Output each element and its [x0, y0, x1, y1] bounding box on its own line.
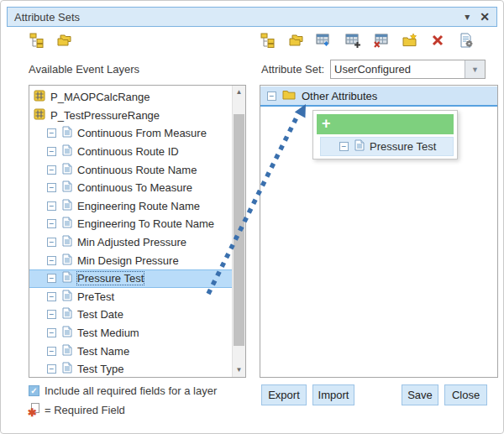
- close-button[interactable]: Close: [444, 384, 487, 405]
- collapse-icon[interactable]: −: [47, 310, 56, 319]
- tree-node-field[interactable]: −Test Date: [29, 306, 232, 324]
- layer-tree-button[interactable]: [29, 34, 45, 50]
- attribute-document-icon: [62, 271, 72, 285]
- tree-node-field[interactable]: −Test Name: [29, 342, 232, 360]
- attribute-document-icon: [62, 144, 72, 159]
- scroll-up-icon[interactable]: ▲: [233, 86, 245, 99]
- available-event-layers-label: Available Event Layers: [29, 63, 139, 76]
- attribute-set-dropdown[interactable]: UserConfigured ▼: [330, 60, 486, 79]
- dialog-title: Attribute Sets: [14, 11, 454, 24]
- table-add-button[interactable]: [344, 34, 361, 50]
- attribute-tree-icon: [260, 33, 276, 51]
- collapse-icon[interactable]: −: [47, 165, 56, 175]
- attribute-document-icon: [62, 254, 72, 268]
- attribute-document-icon: [62, 180, 72, 195]
- new-attribute-set-icon: [402, 33, 418, 51]
- other-attributes-label: Other Attributes: [302, 90, 377, 102]
- tree-node-field[interactable]: −Pressure Test: [29, 269, 232, 288]
- attribute-tree-button[interactable]: [260, 34, 276, 50]
- configure-report-icon: [459, 33, 474, 51]
- collapse-icon[interactable]: −: [47, 147, 56, 156]
- tree-node-field[interactable]: −Min Adjusted Pressure: [29, 233, 232, 252]
- dropdown-button[interactable]: ▼: [465, 60, 485, 78]
- collapse-icon[interactable]: −: [47, 347, 56, 356]
- layer-label: P_MAOPCalcRange: [50, 91, 150, 103]
- delete-attribute-set-icon: [431, 34, 444, 50]
- attribute-folders-icon: [288, 33, 305, 51]
- tree-node-field[interactable]: −Engineering Route Name: [29, 197, 232, 216]
- open-folders-button[interactable]: [56, 34, 73, 50]
- collapse-icon[interactable]: −: [47, 328, 56, 337]
- tree-node-field[interactable]: −Test Medium: [29, 324, 232, 342]
- other-attributes-node[interactable]: − Other Attributes: [260, 86, 497, 107]
- folder-icon: [282, 89, 296, 102]
- required-field-icon: ✱: [29, 403, 39, 416]
- collapse-icon[interactable]: −: [47, 219, 56, 228]
- field-label: Test Type: [77, 363, 123, 375]
- import-button[interactable]: Import: [312, 384, 354, 405]
- new-attribute-set-button[interactable]: [402, 34, 418, 50]
- plus-icon: +: [322, 115, 331, 132]
- tree-node-field[interactable]: −Continuous Route ID: [29, 143, 232, 161]
- field-label: Engineering To Route Name: [77, 217, 214, 230]
- scroll-down-icon[interactable]: ▼: [233, 363, 245, 377]
- open-folders-icon: [56, 33, 73, 51]
- field-label: Test Date: [77, 308, 123, 321]
- collapse-icon[interactable]: −: [47, 128, 56, 138]
- field-label: Pressure Test: [77, 272, 144, 285]
- export-button[interactable]: Export: [261, 384, 307, 405]
- table-export-button[interactable]: [316, 34, 333, 50]
- attribute-set-value: UserConfigured: [331, 60, 465, 78]
- delete-attribute-set-button[interactable]: [429, 34, 446, 50]
- drag-preview-card: + − Pressure Test: [312, 110, 458, 159]
- tree-node-field[interactable]: −PreTest: [29, 288, 232, 306]
- tree-node-field[interactable]: −Continuous From Measure: [29, 124, 232, 143]
- tree-node-field[interactable]: −Continuous Route Name: [29, 160, 232, 179]
- tree-node-layer[interactable]: P_TestPressureRange: [29, 107, 232, 125]
- field-label: Continuous Route Name: [77, 164, 197, 176]
- table-remove-button[interactable]: [373, 34, 390, 50]
- vertical-scrollbar[interactable]: ▲ ▼: [232, 86, 245, 377]
- save-button[interactable]: Save: [402, 384, 438, 405]
- include-required-fields-checkbox[interactable]: ✓: [29, 385, 39, 396]
- field-label: Continuous From Measure: [77, 127, 207, 139]
- required-field-label: = Required Field: [45, 404, 125, 416]
- field-label: Engineering Route Name: [77, 200, 200, 212]
- attribute-set-label: Attribute Set:: [261, 63, 324, 76]
- collapse-icon[interactable]: −: [47, 274, 56, 283]
- dragged-item: − Pressure Test: [320, 137, 454, 156]
- collapse-icon: −: [339, 142, 349, 151]
- scrollbar-thumb[interactable]: [234, 114, 244, 346]
- tree-node-field[interactable]: −Test Type: [29, 360, 232, 377]
- attribute-document-icon: [62, 217, 72, 231]
- attribute-set-panel: − Other Attributes + − Pressure Test: [260, 85, 498, 378]
- collapse-icon[interactable]: −: [47, 238, 56, 247]
- attribute-document-icon: [62, 199, 72, 213]
- tree-node-field[interactable]: −Min Design Pressure: [29, 251, 232, 269]
- right-toolbar: [260, 34, 475, 50]
- event-layer-tree: P_MAOPCalcRangeP_TestPressureRange−Conti…: [29, 86, 232, 377]
- collapse-icon[interactable]: −: [47, 364, 56, 374]
- collapse-icon[interactable]: −: [47, 292, 56, 301]
- field-label: Min Adjusted Pressure: [77, 236, 186, 248]
- caret-down-icon[interactable]: ▾: [465, 12, 470, 22]
- collapse-icon[interactable]: −: [267, 92, 276, 101]
- close-icon[interactable]: ✕: [480, 11, 490, 23]
- tree-node-field[interactable]: −Continuous To Measure: [29, 179, 232, 197]
- attribute-folders-button[interactable]: [288, 34, 305, 50]
- left-toolbar: [29, 34, 73, 50]
- dragged-item-label: Pressure Test: [370, 140, 436, 153]
- layer-tree-icon: [29, 33, 45, 51]
- tree-node-field[interactable]: −Engineering To Route Name: [29, 215, 232, 233]
- configure-report-button[interactable]: [458, 34, 475, 50]
- tree-node-layer[interactable]: P_MAOPCalcRange: [29, 88, 232, 107]
- include-required-fields-row: ✓ Include all required fields for a laye…: [29, 384, 217, 397]
- attribute-document-icon: [62, 362, 72, 376]
- field-label: Test Medium: [77, 327, 139, 339]
- collapse-icon[interactable]: −: [47, 201, 56, 211]
- attribute-sets-dialog: Attribute Sets ▾ ✕ Available Event Layer…: [0, 0, 504, 434]
- field-label: Min Design Pressure: [77, 254, 179, 267]
- attribute-document-icon: [62, 235, 72, 249]
- collapse-icon[interactable]: −: [47, 256, 56, 265]
- collapse-icon[interactable]: −: [47, 183, 56, 192]
